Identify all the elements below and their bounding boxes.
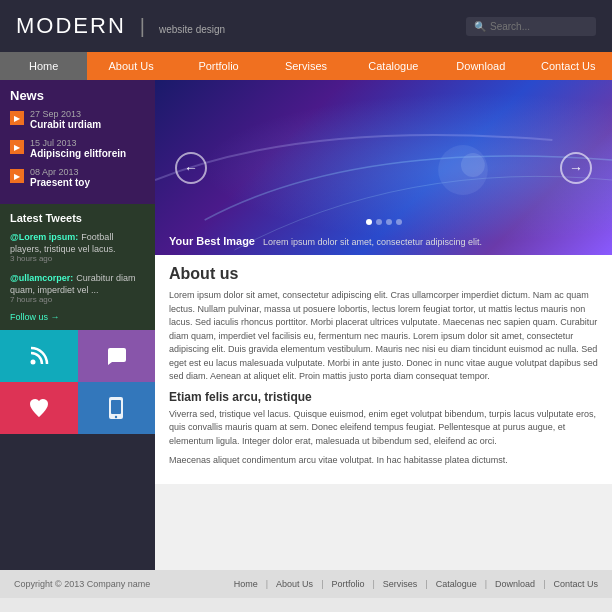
hero-dots — [366, 219, 402, 225]
news-link-3[interactable]: Praesent toy — [30, 177, 90, 188]
tweet-user-2: @ullamcorper: — [10, 273, 73, 283]
about-paragraph-3: Maecenas aliquet condimentum arcu vitae … — [169, 454, 598, 468]
tweet-item-1: @Lorem ipsum: Football players, tristiqu… — [10, 230, 145, 263]
svg-point-0 — [30, 360, 35, 365]
footer-link-download[interactable]: Download — [495, 579, 535, 589]
navigation: Home About Us Portfolio Servises Catalog… — [0, 52, 612, 80]
hero-dot-3[interactable] — [386, 219, 392, 225]
nav-home[interactable]: Home — [0, 52, 87, 80]
search-box[interactable]: 🔍 — [466, 17, 596, 36]
logo-area: MODERN | website design — [16, 13, 225, 39]
nav-portfolio[interactable]: Portfolio — [175, 52, 262, 80]
tweet-user-1: @Lorem ipsum: — [10, 232, 78, 242]
logo-title: MODERN — [16, 13, 126, 39]
hero-caption-title: Your Best Image — [169, 235, 255, 247]
tweets-section: Latest Tweets @Lorem ipsum: Football pla… — [0, 204, 155, 330]
follow-link[interactable]: Follow us → — [10, 312, 145, 322]
nav-about[interactable]: About Us — [87, 52, 174, 80]
tweet-time-2: 7 hours ago — [10, 295, 145, 304]
tweet-item-2: @ullamcorper: Curabitur diam quam, imper… — [10, 271, 145, 304]
about-paragraph-1: Lorem ipsum dolor sit amet, consectetur … — [169, 289, 598, 384]
icon-phone[interactable] — [78, 382, 156, 434]
svg-rect-2 — [111, 400, 121, 414]
footer-link-portfolio[interactable]: Portfolio — [331, 579, 364, 589]
footer-link-about[interactable]: About Us — [276, 579, 313, 589]
logo-subtitle: website design — [159, 24, 225, 35]
about-title: About us — [169, 265, 598, 283]
news-arrow-2: ▶ — [10, 140, 24, 154]
news-title: News — [10, 88, 145, 103]
icon-rss[interactable] — [0, 330, 78, 382]
news-item-3: ▶ 08 Apr 2013 Praesent toy — [10, 167, 145, 188]
news-date-2: 15 Jul 2013 — [30, 138, 126, 148]
svg-point-5 — [461, 153, 485, 177]
nav-download[interactable]: Download — [437, 52, 524, 80]
footer-link-home[interactable]: Home — [234, 579, 258, 589]
news-item-2: ▶ 15 Jul 2013 Adipiscing elitforein — [10, 138, 145, 159]
hero-dot-1[interactable] — [366, 219, 372, 225]
icon-grid — [0, 330, 155, 434]
nav-catalogue[interactable]: Catalogue — [350, 52, 437, 80]
footer-link-contact[interactable]: Contact Us — [553, 579, 598, 589]
about-section: About us Lorem ipsum dolor sit amet, con… — [155, 255, 612, 484]
hero-caption-text: Lorem ipsum dolor sit amet, consectetur … — [263, 237, 482, 247]
about-paragraph-2: Viverra sed, tristique vel lacus. Quisqu… — [169, 408, 598, 449]
nav-contact[interactable]: Contact Us — [525, 52, 612, 80]
footer-copyright: Copyright © 2013 Company name — [14, 579, 150, 589]
news-section: News ▶ 27 Sep 2013 Curabit urdiam ▶ 15 J… — [0, 80, 155, 204]
content-area: ← → Your Best Image Lorem ipsum dolor si… — [155, 80, 612, 570]
news-arrow-3: ▶ — [10, 169, 24, 183]
news-arrow-1: ▶ — [10, 111, 24, 125]
news-item-1: ▶ 27 Sep 2013 Curabit urdiam — [10, 109, 145, 130]
header: MODERN | website design 🔍 — [0, 0, 612, 52]
icon-chat[interactable] — [78, 330, 156, 382]
hero-arrow-right[interactable]: → — [560, 152, 592, 184]
news-link-1[interactable]: Curabit urdiam — [30, 119, 101, 130]
footer-link-catalogue[interactable]: Catalogue — [436, 579, 477, 589]
logo-divider: | — [140, 15, 145, 38]
hero-banner: ← → Your Best Image Lorem ipsum dolor si… — [155, 80, 612, 255]
footer: Copyright © 2013 Company name Home | Abo… — [0, 570, 612, 598]
icon-heart[interactable] — [0, 382, 78, 434]
news-date-3: 08 Apr 2013 — [30, 167, 90, 177]
search-icon: 🔍 — [474, 21, 486, 32]
hero-arrow-left[interactable]: ← — [175, 152, 207, 184]
hero-caption: Your Best Image Lorem ipsum dolor sit am… — [169, 235, 482, 247]
tweet-time-1: 3 hours ago — [10, 254, 145, 263]
tweets-title: Latest Tweets — [10, 212, 145, 224]
nav-servises[interactable]: Servises — [262, 52, 349, 80]
hero-dot-4[interactable] — [396, 219, 402, 225]
search-input[interactable] — [490, 21, 590, 32]
about-subtitle: Etiam felis arcu, tristique — [169, 390, 598, 404]
news-date-1: 27 Sep 2013 — [30, 109, 101, 119]
footer-link-servises[interactable]: Servises — [383, 579, 418, 589]
sidebar: News ▶ 27 Sep 2013 Curabit urdiam ▶ 15 J… — [0, 80, 155, 570]
news-link-2[interactable]: Adipiscing elitforein — [30, 148, 126, 159]
svg-point-3 — [115, 416, 117, 418]
main-layout: News ▶ 27 Sep 2013 Curabit urdiam ▶ 15 J… — [0, 80, 612, 570]
footer-links: Home | About Us | Portfolio | Servises |… — [234, 579, 598, 589]
hero-dot-2[interactable] — [376, 219, 382, 225]
